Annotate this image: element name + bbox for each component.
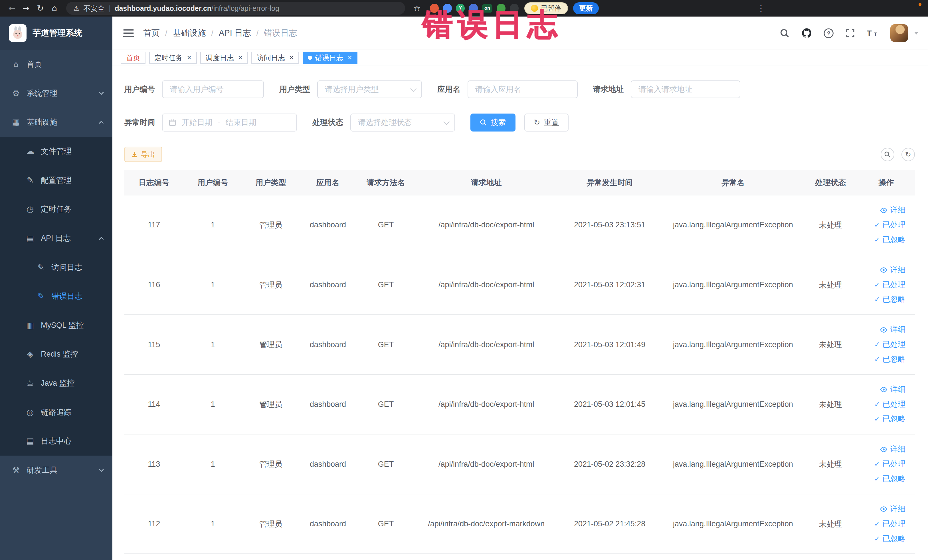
sidebar-item-log-center[interactable]: ▤日志中心 bbox=[0, 427, 112, 456]
filter-select-process-status[interactable]: 请选择处理状态 bbox=[350, 113, 455, 131]
paused-badge[interactable]: 已暂停 bbox=[524, 2, 568, 14]
action-label: 已忽略 bbox=[882, 292, 905, 307]
bookmark-star-icon[interactable]: ☆ bbox=[410, 0, 424, 17]
filter-select-user-type[interactable]: 请选择用户类型 bbox=[317, 81, 422, 98]
sidebar-item-file[interactable]: ☁文件管理 bbox=[0, 137, 112, 166]
action-已处理[interactable]: ✓已处理 bbox=[874, 218, 905, 232]
sidebar-item-label: MySQL 监控 bbox=[41, 320, 84, 330]
forward-icon[interactable]: → bbox=[19, 0, 33, 17]
extension-icon[interactable] bbox=[443, 4, 452, 12]
breadcrumb-item[interactable]: API 日志 bbox=[219, 27, 251, 39]
tab-首页[interactable]: 首页 bbox=[121, 52, 145, 64]
cell-app_name: dashboard bbox=[299, 434, 356, 494]
collapse-menu-icon[interactable] bbox=[123, 29, 134, 37]
sidebar-item-trace[interactable]: ◎链路追踪 bbox=[0, 398, 112, 427]
sidebar-item-label: API 日志 bbox=[41, 233, 71, 243]
action-详细[interactable]: 详细 bbox=[879, 502, 905, 517]
filter-input-request-url[interactable] bbox=[631, 81, 740, 98]
eye-icon bbox=[879, 505, 888, 513]
user-dropdown-caret-icon[interactable] bbox=[914, 32, 919, 35]
check-icon: ✓ bbox=[874, 531, 880, 546]
logo[interactable]: 芋道管理系统 bbox=[0, 17, 112, 50]
address-bar[interactable]: ⚠ 不安全 | dashboard.yudao.iocoder.cn/infra… bbox=[66, 2, 405, 15]
filter-input-user-id[interactable] bbox=[162, 81, 264, 98]
sidebar-item-infra[interactable]: ▦基础设施 bbox=[0, 108, 112, 137]
cell-app_name: dashboard bbox=[299, 255, 356, 315]
sidebar-item-config[interactable]: ✎配置管理 bbox=[0, 166, 112, 195]
filter-input-app-name[interactable] bbox=[467, 81, 578, 98]
sidebar-item-access-log[interactable]: ✎访问日志 bbox=[0, 253, 112, 282]
chrome-menu-icon[interactable]: ⋮ bbox=[599, 0, 923, 17]
action-详细[interactable]: 详细 bbox=[879, 263, 905, 278]
refresh-table-button[interactable]: ↻ bbox=[902, 148, 915, 162]
close-tab-icon[interactable]: × bbox=[289, 54, 294, 62]
action-详细[interactable]: 详细 bbox=[879, 442, 905, 457]
sidebar-item-api-log[interactable]: ▤API 日志 bbox=[0, 224, 112, 253]
update-button[interactable]: 更新 bbox=[573, 2, 598, 14]
action-已忽略[interactable]: ✓已忽略 bbox=[874, 471, 905, 487]
sidebar-item-home[interactable]: ⌂首页 bbox=[0, 50, 112, 79]
action-已处理[interactable]: ✓已处理 bbox=[874, 457, 905, 471]
extension-icon[interactable] bbox=[497, 4, 505, 12]
sidebar-item-dev-tools[interactable]: ⚒研发工具 bbox=[0, 456, 112, 485]
sidebar-item-error-log[interactable]: ✎错误日志 bbox=[0, 282, 112, 311]
sidebar-item-system[interactable]: ⚙系统管理 bbox=[0, 79, 112, 108]
action-已忽略[interactable]: ✓已忽略 bbox=[874, 412, 905, 426]
gear-icon: ⚙ bbox=[11, 89, 21, 98]
help-icon[interactable]: ? bbox=[823, 28, 834, 38]
sidebar-item-job[interactable]: ◷定时任务 bbox=[0, 195, 112, 224]
tab-访问日志[interactable]: 访问日志× bbox=[251, 52, 299, 64]
back-icon[interactable]: ← bbox=[5, 0, 19, 17]
extension-icon[interactable]: on bbox=[482, 4, 493, 12]
export-button[interactable]: 导出 bbox=[124, 146, 162, 162]
action-已忽略[interactable]: ✓已忽略 bbox=[874, 232, 905, 247]
sidebar-item-redis[interactable]: ◈Redis 监控 bbox=[0, 340, 112, 369]
action-详细[interactable]: 详细 bbox=[879, 382, 905, 397]
extension-icon[interactable] bbox=[510, 4, 519, 12]
url-domain: dashboard.yudao.iocoder.cn bbox=[114, 4, 211, 12]
action-已忽略[interactable]: ✓已忽略 bbox=[874, 352, 905, 367]
url-text[interactable]: dashboard.yudao.iocoder.cn/infra/log/api… bbox=[114, 4, 279, 12]
extension-icon[interactable] bbox=[469, 4, 478, 12]
tab-错误日志[interactable]: 错误日志× bbox=[303, 52, 357, 64]
tab-定时任务[interactable]: 定时任务× bbox=[149, 52, 197, 64]
action-已处理[interactable]: ✓已处理 bbox=[874, 517, 905, 531]
browser-home-icon[interactable]: ⌂ bbox=[47, 0, 62, 17]
action-已处理[interactable]: ✓已处理 bbox=[874, 397, 905, 412]
action-详细[interactable]: 详细 bbox=[879, 203, 905, 218]
sidebar-item-mysql[interactable]: ▥MySQL 监控 bbox=[0, 311, 112, 340]
tab-调度日志[interactable]: 调度日志× bbox=[200, 52, 248, 64]
close-tab-icon[interactable]: × bbox=[348, 54, 352, 62]
action-已忽略[interactable]: ✓已忽略 bbox=[874, 531, 905, 546]
close-tab-icon[interactable]: × bbox=[187, 54, 191, 62]
search-button[interactable]: 搜索 bbox=[470, 113, 515, 131]
reset-button[interactable]: ↻ 重置 bbox=[524, 113, 569, 131]
breadcrumb-item[interactable]: 首页 bbox=[143, 27, 160, 39]
github-icon[interactable] bbox=[801, 27, 812, 38]
action-label: 详细 bbox=[890, 382, 905, 397]
breadcrumb-item[interactable]: 基础设施 bbox=[172, 27, 206, 39]
table-row: 1151管理员dashboardGET/api/infra/db-doc/exp… bbox=[124, 315, 915, 375]
close-tab-icon[interactable]: × bbox=[238, 54, 243, 62]
extension-icon[interactable]: Y bbox=[456, 4, 465, 12]
toggle-search-button[interactable] bbox=[881, 148, 894, 162]
action-详细[interactable]: 详细 bbox=[879, 322, 905, 337]
reload-icon[interactable]: ↻ bbox=[33, 0, 47, 17]
action-已忽略[interactable]: ✓已忽略 bbox=[874, 292, 905, 307]
cell-user_type: 管理员 bbox=[242, 255, 299, 315]
fullscreen-icon[interactable] bbox=[845, 28, 855, 38]
action-已处理[interactable]: ✓已处理 bbox=[874, 278, 905, 292]
table-row: 1141管理员dashboardGET/api/infra/db-doc/exp… bbox=[124, 375, 915, 435]
action-label: 已处理 bbox=[882, 278, 905, 292]
extension-icon[interactable] bbox=[430, 4, 439, 12]
security-label[interactable]: 不安全 bbox=[83, 4, 105, 13]
cell-status: 未处理 bbox=[804, 195, 858, 255]
cell-user_id: 1 bbox=[184, 494, 242, 554]
sidebar-item-java[interactable]: ☕Java 监控 bbox=[0, 369, 112, 398]
action-已处理[interactable]: ✓已处理 bbox=[874, 337, 905, 352]
search-icon[interactable] bbox=[780, 28, 790, 38]
font-size-icon[interactable]: TT bbox=[867, 29, 879, 38]
row-actions: 详细✓已处理✓已忽略 bbox=[859, 203, 905, 247]
filter-daterange-exception-time[interactable]: 开始日期-结束日期 bbox=[162, 113, 297, 131]
avatar[interactable] bbox=[890, 24, 908, 42]
